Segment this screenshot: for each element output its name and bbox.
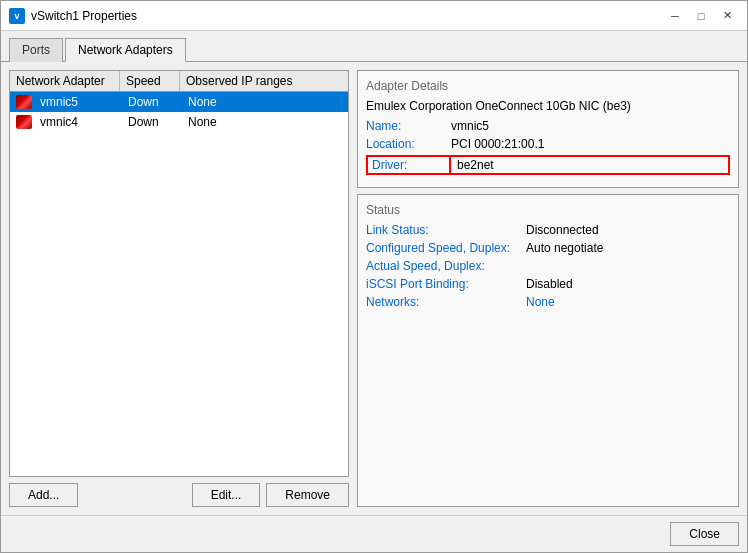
actual-speed-row: Actual Speed, Duplex: [366, 259, 730, 273]
tabs-bar: Ports Network Adapters [1, 31, 747, 62]
header-speed: Speed [120, 71, 180, 91]
networks-label: Networks: [366, 295, 526, 309]
location-label: Location: [366, 137, 451, 151]
config-speed-value: Auto negotiate [526, 241, 603, 255]
location-row: Location: PCI 0000:21:00.1 [366, 137, 730, 151]
remove-button[interactable]: Remove [266, 483, 349, 507]
driver-label: Driver: [366, 155, 451, 175]
row-speed-vmnic4: Down [122, 112, 182, 132]
action-buttons: Add... Edit... Remove [9, 483, 349, 507]
window-title: vSwitch1 Properties [31, 9, 137, 23]
row-ip-vmnic5: None [182, 92, 348, 112]
status-title: Status [366, 203, 730, 217]
networks-value: None [526, 295, 555, 309]
main-window: v vSwitch1 Properties ─ □ ✕ Ports Networ… [0, 0, 748, 553]
adapter-details-section: Adapter Details Emulex Corporation OneCo… [357, 70, 739, 188]
device-description: Emulex Corporation OneConnect 10Gb NIC (… [366, 99, 730, 113]
status-section: Status Link Status: Disconnected Configu… [357, 194, 739, 507]
maximize-button[interactable]: □ [689, 6, 713, 26]
window-close-button[interactable]: ✕ [715, 6, 739, 26]
footer: Close [1, 515, 747, 552]
edit-button[interactable]: Edit... [192, 483, 261, 507]
right-panel: Adapter Details Emulex Corporation OneCo… [357, 70, 739, 507]
tab-ports[interactable]: Ports [9, 38, 63, 62]
adapter-table: Network Adapter Speed Observed IP ranges… [9, 70, 349, 477]
row-name-vmnic5: vmnic5 [38, 92, 122, 112]
driver-row: Driver: be2net [366, 155, 730, 175]
networks-row: Networks: None [366, 295, 730, 309]
title-bar-left: v vSwitch1 Properties [9, 8, 137, 24]
left-panel: Network Adapter Speed Observed IP ranges… [9, 70, 349, 507]
header-ip: Observed IP ranges [180, 71, 348, 91]
name-row: Name: vmnic5 [366, 119, 730, 133]
row-name-vmnic4: vmnic4 [38, 112, 122, 132]
driver-value: be2net [451, 155, 730, 175]
iscsi-value: Disabled [526, 277, 573, 291]
table-row[interactable]: vmnic5 Down None [10, 92, 348, 112]
nic-icon-vmnic4 [14, 114, 34, 130]
tab-network-adapters[interactable]: Network Adapters [65, 38, 186, 62]
title-controls: ─ □ ✕ [663, 6, 739, 26]
nic-icon-vmnic5 [14, 94, 34, 110]
table-body: vmnic5 Down None vmnic4 Down None [10, 92, 348, 476]
location-value: PCI 0000:21:00.1 [451, 137, 730, 151]
table-header: Network Adapter Speed Observed IP ranges [10, 71, 348, 92]
iscsi-row: iSCSI Port Binding: Disabled [366, 277, 730, 291]
table-row[interactable]: vmnic4 Down None [10, 112, 348, 132]
name-value: vmnic5 [451, 119, 730, 133]
config-speed-row: Configured Speed, Duplex: Auto negotiate [366, 241, 730, 255]
title-bar: v vSwitch1 Properties ─ □ ✕ [1, 1, 747, 31]
iscsi-label: iSCSI Port Binding: [366, 277, 526, 291]
row-speed-vmnic5: Down [122, 92, 182, 112]
name-label: Name: [366, 119, 451, 133]
actual-speed-label: Actual Speed, Duplex: [366, 259, 526, 273]
row-ip-vmnic4: None [182, 112, 348, 132]
adapter-details-title: Adapter Details [366, 79, 730, 93]
close-button[interactable]: Close [670, 522, 739, 546]
window-icon: v [9, 8, 25, 24]
content-area: Network Adapter Speed Observed IP ranges… [1, 62, 747, 515]
add-button[interactable]: Add... [9, 483, 78, 507]
config-speed-label: Configured Speed, Duplex: [366, 241, 526, 255]
link-status-value: Disconnected [526, 223, 599, 237]
header-adapter: Network Adapter [10, 71, 120, 91]
minimize-button[interactable]: ─ [663, 6, 687, 26]
link-status-label: Link Status: [366, 223, 526, 237]
link-status-row: Link Status: Disconnected [366, 223, 730, 237]
